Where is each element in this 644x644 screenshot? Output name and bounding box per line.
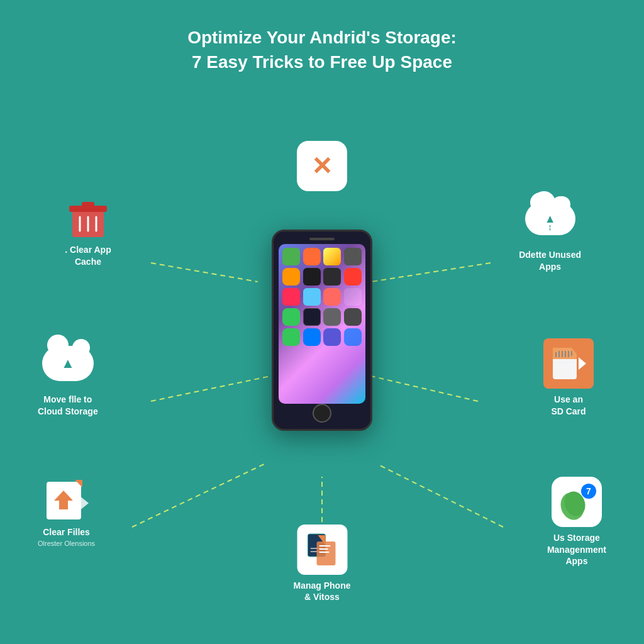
files-svg xyxy=(42,477,92,524)
sd-card-label: Use an SD Card xyxy=(551,394,586,416)
page-container: Optimize Your Andrid's Storage: 7 Easy T… xyxy=(0,0,644,628)
app-icon-4 xyxy=(344,248,362,265)
trash-icon xyxy=(63,194,113,244)
app-icon-19 xyxy=(323,328,341,346)
app-icon-3 xyxy=(323,248,341,265)
delete-apps-label: Ddette Unused Apps xyxy=(519,249,581,272)
svg-rect-33 xyxy=(316,541,335,565)
app-icon-17 xyxy=(282,328,300,346)
storage-app-icon: 7 xyxy=(552,477,602,527)
manage-phone-label: Manag Phone & Vitoss xyxy=(293,580,350,602)
phone-video-svg xyxy=(300,528,344,572)
sd-card-icon xyxy=(543,338,594,389)
title-area: Optimize Your Andrid's Storage: 7 Easy T… xyxy=(0,0,644,87)
infographic-container: ✕ . Clear App xyxy=(0,87,644,628)
cloud-upload-icon: ▲ xyxy=(40,338,96,389)
app-icon-15 xyxy=(323,308,341,326)
phone-video-icon xyxy=(297,525,347,575)
svg-line-0 xyxy=(151,263,258,282)
main-title: Optimize Your Andrid's Storage: 7 Easy T… xyxy=(13,25,631,74)
app-icon-8 xyxy=(344,268,362,286)
sd-card-svg xyxy=(550,345,587,382)
svg-line-2 xyxy=(151,376,270,401)
svg-marker-26 xyxy=(79,496,89,511)
clear-files-label: Clear Filles Olrester Olensions xyxy=(38,526,95,547)
trash-svg xyxy=(66,197,110,241)
app-icon-18 xyxy=(303,328,321,346)
phone-mockup xyxy=(272,230,372,431)
cloud-delete-icon: ▲ ↑ ↕ xyxy=(522,194,579,244)
svg-rect-36 xyxy=(319,552,329,553)
tip-clear-files: Clear Filles Olrester Olensions xyxy=(38,477,95,547)
x-button-icon: ✕ xyxy=(297,141,347,191)
svg-line-4 xyxy=(132,464,264,527)
app-icon-12 xyxy=(344,288,362,306)
clear-cache-label: . Clear App Cache xyxy=(65,244,111,267)
app-icon-7 xyxy=(323,268,341,286)
clear-files-icon xyxy=(42,477,92,524)
app-icon-20 xyxy=(344,328,362,346)
tip-storage-apps: 7 Us Storage Managenment Apps xyxy=(547,477,606,567)
app-icon-1 xyxy=(282,248,300,265)
tip-clear-cache: . Clear App Cache xyxy=(63,194,113,267)
phone-speaker xyxy=(309,238,335,240)
svg-marker-22 xyxy=(579,357,586,370)
app-icon-16 xyxy=(344,308,362,326)
app-icon-13 xyxy=(282,308,300,326)
tip-manage-phone: Manag Phone & Vitoss xyxy=(293,525,350,602)
svg-line-1 xyxy=(371,263,491,282)
phone-home-button xyxy=(313,404,331,423)
svg-line-6 xyxy=(377,464,503,527)
storage-app-svg: 7 xyxy=(555,480,599,524)
app-icon-14 xyxy=(303,308,321,326)
svg-rect-35 xyxy=(319,548,328,550)
svg-rect-34 xyxy=(319,545,330,547)
app-icon-6 xyxy=(303,268,321,286)
svg-line-3 xyxy=(371,376,478,401)
tip-delete-marker: ✕ xyxy=(297,141,347,191)
svg-rect-9 xyxy=(82,202,94,207)
tip-move-cloud: ▲ Move flle to Cloud Storage xyxy=(38,338,98,416)
phone-screen xyxy=(279,244,365,404)
tip-sd-card: Use an SD Card xyxy=(543,338,594,416)
svg-text:7: 7 xyxy=(586,486,591,496)
app-icon-11 xyxy=(323,288,341,306)
tip-delete-apps: ▲ ↑ ↕ Ddette Unused Apps xyxy=(519,194,581,272)
app-icon-2 xyxy=(303,248,321,265)
app-icon-5 xyxy=(282,268,300,286)
move-cloud-label: Move flle to Cloud Storage xyxy=(38,394,98,416)
storage-apps-label: Us Storage Managenment Apps xyxy=(547,532,606,567)
app-icon-9 xyxy=(282,288,300,306)
app-icon-10 xyxy=(303,288,321,306)
